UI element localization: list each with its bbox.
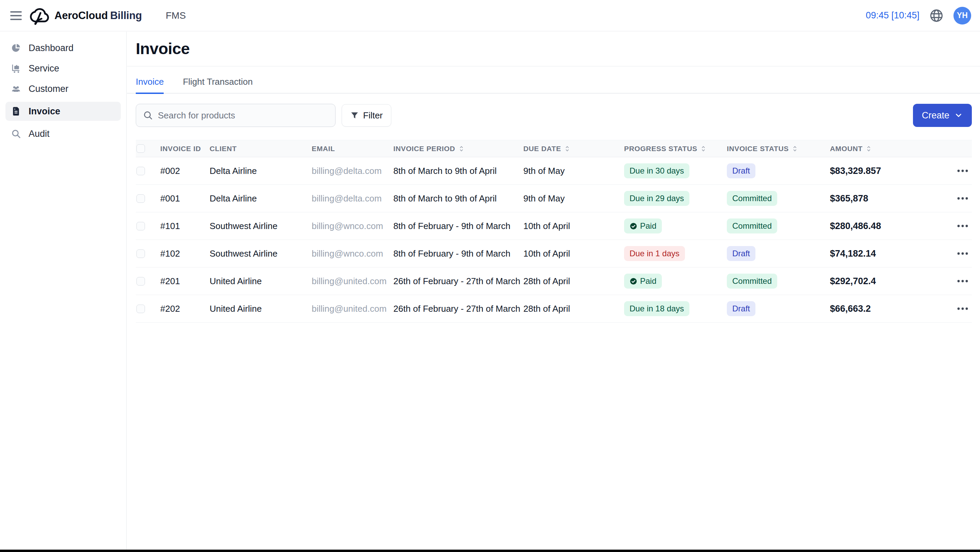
sidebar-item-label: Customer: [29, 84, 68, 94]
cell-invoice-id: #101: [160, 221, 210, 231]
progress-status-label: Paid: [640, 276, 656, 286]
progress-status-badge: Due in 29 days: [624, 191, 689, 206]
table-row: #101 Southwest Airline billing@wnco.com …: [136, 212, 972, 240]
row-checkbox[interactable]: [137, 167, 145, 175]
sidebar-item-label: Dashboard: [29, 43, 73, 53]
tab-invoice[interactable]: Invoice: [136, 76, 164, 94]
select-all-checkbox[interactable]: [137, 144, 145, 153]
invoice-status-badge: Draft: [727, 163, 756, 178]
main-content: Invoice Invoice Flight Transaction Filte…: [127, 32, 980, 550]
column-header-client[interactable]: CLIENT: [210, 145, 312, 153]
row-actions-menu[interactable]: [946, 165, 972, 177]
sidebar-item-label: Service: [29, 63, 59, 74]
cell-email: billing@wnco.com: [312, 221, 393, 231]
cell-client: United Airline: [210, 276, 312, 286]
users-icon: [11, 84, 21, 94]
sort-icon[interactable]: [458, 145, 465, 152]
magnifier-icon: [11, 129, 21, 139]
pie-chart-icon: [11, 43, 21, 53]
progress-status-badge: Paid: [624, 274, 662, 289]
row-actions-menu[interactable]: [946, 220, 972, 232]
sort-icon[interactable]: [700, 145, 707, 152]
table-row: #002 Delta Airline billing@delta.com 8th…: [136, 157, 972, 185]
row-actions-menu[interactable]: [946, 247, 972, 260]
cell-email: billing@delta.com: [312, 166, 393, 176]
row-checkbox[interactable]: [137, 305, 145, 313]
page-title: Invoice: [136, 39, 972, 58]
column-header-due-date[interactable]: DUE DATE: [523, 145, 624, 153]
cell-invoice-period: 26th of February - 27th of March: [393, 304, 523, 314]
sidebar-item-audit[interactable]: Audit: [5, 124, 121, 143]
search-input[interactable]: [158, 110, 328, 121]
progress-status-badge: Due in 18 days: [624, 301, 689, 316]
cell-due-date: 9th of May: [523, 166, 624, 176]
bottom-screen-bar: [0, 550, 980, 552]
funnel-icon: [350, 111, 359, 120]
sidebar-item-customer[interactable]: Customer: [5, 79, 121, 99]
tab-flight-transaction[interactable]: Flight Transaction: [183, 76, 253, 94]
invoice-table: INVOICE ID CLIENT EMAIL INVOICE PERIOD D…: [136, 140, 972, 323]
sort-icon[interactable]: [564, 145, 571, 152]
cell-due-date: 10th of April: [523, 248, 624, 259]
column-header-amount[interactable]: AMOUNT: [830, 145, 946, 153]
row-checkbox[interactable]: [137, 222, 145, 231]
row-actions-menu[interactable]: [946, 302, 972, 315]
filter-button[interactable]: Filter: [342, 104, 391, 127]
cell-client: United Airline: [210, 304, 312, 314]
luggage-cart-icon: [11, 63, 21, 73]
cell-invoice-id: #202: [160, 304, 210, 314]
create-button-label: Create: [922, 110, 950, 121]
column-header-email[interactable]: EMAIL: [312, 145, 393, 153]
sort-icon[interactable]: [865, 145, 872, 152]
globe-icon[interactable]: [929, 8, 944, 23]
brand[interactable]: AeroCloudBilling: [29, 5, 142, 27]
brand-primary: AeroCloud: [54, 10, 108, 21]
clock-display: 09:45 [10:45]: [865, 10, 920, 21]
invoice-status-badge: Draft: [727, 246, 756, 261]
ellipsis-icon: [956, 192, 969, 205]
top-nav-fms[interactable]: FMS: [166, 10, 186, 21]
sidebar-item-invoice[interactable]: Invoice: [5, 102, 121, 121]
cell-due-date: 10th of April: [523, 221, 624, 231]
table-body: #002 Delta Airline billing@delta.com 8th…: [136, 157, 972, 323]
cell-invoice-id: #001: [160, 193, 210, 204]
column-header-invoice-id[interactable]: INVOICE ID: [160, 145, 210, 153]
hamburger-menu-icon[interactable]: [10, 11, 22, 20]
cell-amount: $365,878: [830, 193, 946, 204]
cell-due-date: 28th of April: [523, 304, 624, 314]
brand-secondary: Billing: [110, 10, 142, 21]
row-actions-menu[interactable]: [946, 275, 972, 287]
cell-amount: $83,329.857: [830, 166, 946, 176]
progress-status-label: Due in 1 days: [630, 249, 679, 258]
filter-button-label: Filter: [363, 110, 383, 121]
row-checkbox[interactable]: [137, 194, 145, 203]
invoice-status-label: Draft: [732, 166, 750, 176]
table-row: #201 United Airline billing@united.com 2…: [136, 267, 972, 295]
ellipsis-icon: [956, 220, 969, 232]
invoice-status-badge: Committed: [727, 218, 777, 234]
sidebar-item-service[interactable]: Service: [5, 59, 121, 78]
row-checkbox[interactable]: [137, 250, 145, 258]
user-avatar[interactable]: YH: [953, 7, 971, 24]
column-header-progress-status[interactable]: PROGRESS STATUS: [624, 145, 727, 153]
row-actions-menu[interactable]: [946, 192, 972, 205]
invoice-status-label: Committed: [732, 276, 772, 286]
cell-invoice-period: 8th of February - 9th of March: [393, 248, 523, 259]
invoice-status-badge: Committed: [727, 274, 777, 289]
invoice-status-label: Draft: [732, 249, 750, 258]
column-header-invoice-period[interactable]: INVOICE PERIOD: [393, 145, 523, 153]
sidebar-item-label: Audit: [29, 129, 50, 139]
cell-invoice-period: 26th of February - 27th of March: [393, 276, 523, 286]
sidebar: Dashboard Service Customer Invoice: [0, 32, 127, 550]
sidebar-item-dashboard[interactable]: Dashboard: [5, 38, 121, 57]
create-button[interactable]: Create: [913, 104, 972, 127]
chevron-down-icon: [954, 111, 963, 120]
sort-icon[interactable]: [791, 145, 798, 152]
ellipsis-icon: [956, 302, 969, 315]
cell-amount: $280,486.48: [830, 221, 946, 231]
cell-email: billing@delta.com: [312, 193, 393, 204]
invoice-status-label: Committed: [732, 221, 772, 231]
column-header-invoice-status[interactable]: INVOICE STATUS: [727, 145, 830, 153]
row-checkbox[interactable]: [137, 277, 145, 286]
sidebar-item-label: Invoice: [29, 106, 60, 117]
